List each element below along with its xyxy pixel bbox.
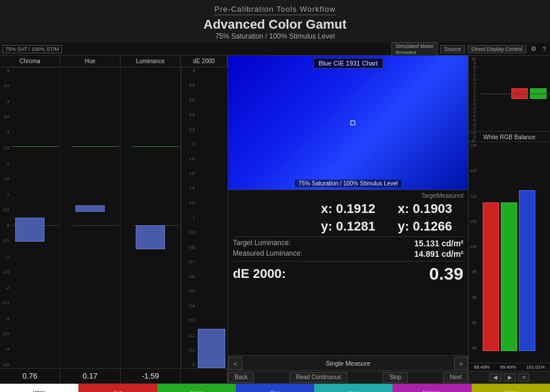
de-big-row: dE 2000: 0.39 <box>233 261 463 284</box>
toolbar-label: 75% SAT / 100% STIM <box>2 45 62 53</box>
rgb-g-value: 99.49% <box>500 365 516 370</box>
rgb-values-row: 99.49% 99.49% 101.01% <box>469 363 550 371</box>
de-bar <box>198 329 225 368</box>
rgb-balance-title: White RGB Balance <box>469 132 550 142</box>
de-header: dE 2000 <box>181 56 228 67</box>
cie-chart: Blue CIE 1931 Chart 75% Saturation / 100… <box>228 56 468 190</box>
swatch-magenta[interactable]: Magenta <box>393 384 471 392</box>
luminance-value: -1.59 <box>121 369 181 383</box>
meters-panel: Chroma Hue Luminance dE 2000 5 4.5 4 3.5… <box>0 56 228 383</box>
target-luminance-value: 15.131 cd/m² <box>414 239 463 248</box>
measured-label: Measured <box>438 192 463 199</box>
cie-title: Blue CIE 1931 Chart <box>314 58 383 68</box>
nav-bar: Back Read Continuous Stop Next <box>228 370 468 383</box>
header: Pre-Calibration Tools Workflow Advanced … <box>0 0 550 43</box>
right-panel-nav: ◀ ▶ ≡ <box>469 371 550 383</box>
hue-value: 0.17 <box>60 369 121 383</box>
de-label: dE 2000: <box>233 266 286 281</box>
cie-background: 75% Saturation / 100% Stimulus Level <box>228 56 468 190</box>
control-bar: < Single Measure > <box>228 355 468 370</box>
main-title: Advanced Color Gamut <box>0 17 550 32</box>
target-luminance-label: Target Luminance: <box>233 239 291 248</box>
main-layout: Chroma Hue Luminance dE 2000 5 4.5 4 3.5… <box>0 56 550 383</box>
meters-header: Chroma Hue Luminance dE 2000 <box>0 56 228 67</box>
bottom-section: White Red Green Blue Cyan Magenta Yellow… <box>0 383 550 392</box>
rp-menu-btn[interactable]: ≡ <box>518 373 530 381</box>
simulated-meter-item[interactable]: Simulated Meter Simulated <box>391 42 438 56</box>
luminance-meter <box>121 67 181 368</box>
rgb-r-value: 99.49% <box>474 365 490 370</box>
source-item[interactable]: Source <box>440 45 465 53</box>
right-panel: 10 9 8 7 6 5 4 3 2 1 0 -1 -2 -3 -4 -5 -6… <box>468 56 550 383</box>
back-nav-button[interactable]: Back <box>228 372 254 383</box>
swatches-bar: White Red Green Blue Cyan Magenta Yellow <box>0 383 550 392</box>
read-continuous-button[interactable]: Read Continuous <box>290 372 348 383</box>
settings-icon[interactable]: ⚙ <box>529 45 538 53</box>
single-measure-label: Single Measure <box>242 360 453 367</box>
meters-values: 0.76 0.17 -1.59 <box>0 368 228 383</box>
next-nav-button[interactable]: Next <box>443 372 468 383</box>
measured-luminance-row: Measured Luminance: 14.891 cd/m² <box>233 249 463 259</box>
de-value <box>181 369 228 383</box>
rgb-green-bar <box>501 202 517 351</box>
rgb-balance-section: White RGB Balance 120 115 110 105 100 95… <box>469 132 550 371</box>
swatch-white[interactable]: White <box>0 384 78 392</box>
hue-meter <box>60 67 121 368</box>
prev-button[interactable]: < <box>228 357 242 370</box>
target-x: x: 0.1912 <box>310 201 386 216</box>
luminance-bar <box>136 225 165 249</box>
measured-x: x: 0.1903 <box>387 201 463 216</box>
chroma-value: 0.76 <box>0 369 60 383</box>
swatch-blue[interactable]: Blue <box>236 384 314 392</box>
rgb-blue-bar <box>519 190 535 351</box>
toolbar: 75% SAT / 100% STIM Simulated Meter Simu… <box>0 43 550 56</box>
measured-y: y: 0.1266 <box>387 219 463 234</box>
workflow-title: Pre-Calibration Tools Workflow <box>214 5 335 15</box>
hue-header: Hue <box>60 56 121 67</box>
swatch-yellow[interactable]: Yellow <box>472 384 550 392</box>
target-label: Target <box>421 192 438 199</box>
measured-luminance-label: Measured Luminance: <box>233 249 302 259</box>
measure-data: Target Measured x: 0.1912 x: 0.1903 y: 0… <box>228 190 468 355</box>
measured-luminance-value: 14.891 cd/m² <box>414 249 463 259</box>
cie-label-bottom: 75% Saturation / 100% Stimulus Level <box>295 180 401 187</box>
chroma-header: Chroma <box>0 56 60 67</box>
chroma-meter: 5 4.5 4 3.5 3 2.5 2 1.5 1 0.5 0 -0.5 -1 … <box>0 67 60 368</box>
y-row: y: 0.1281 y: 0.1266 <box>233 219 463 234</box>
rgb-red-bar <box>483 202 499 351</box>
hue-bar <box>75 205 105 211</box>
target-col-header <box>233 192 421 199</box>
target-y: y: 0.1281 <box>310 219 386 234</box>
rgb-b-value: 101.01% <box>527 365 545 370</box>
direct-display-item[interactable]: Direct Display Control <box>468 45 527 53</box>
help-icon[interactable]: ? <box>541 46 548 53</box>
de-meter: 3 2.8 2.6 2.4 2.2 2 1.8 1.6 1.4 1.2 1 0.… <box>181 67 228 368</box>
rgb-chart: 120 115 110 105 100 95 90 85 80 <box>469 142 550 363</box>
target-luminance-row: Target Luminance: 15.131 cd/m² <box>233 236 463 248</box>
swatch-cyan[interactable]: Cyan <box>314 384 393 392</box>
rp-back-btn[interactable]: ◀ <box>489 373 501 381</box>
swatch-green[interactable]: Green <box>157 384 236 392</box>
stop-button[interactable]: Stop <box>383 372 408 383</box>
next-button[interactable]: > <box>454 357 468 370</box>
rp-forward-btn[interactable]: ▶ <box>504 373 516 381</box>
x-row: x: 0.1912 x: 0.1903 <box>233 201 463 216</box>
luminance-header: Luminance <box>121 56 181 67</box>
sub-title: 75% Saturation / 100% Stimulus Level <box>0 32 550 40</box>
chroma-bar <box>15 218 44 242</box>
mini-meter: 10 9 8 7 6 5 4 3 2 1 0 -1 -2 -3 -4 -5 -6… <box>469 56 550 132</box>
cie-marker <box>350 121 355 125</box>
swatch-red[interactable]: Red <box>78 384 157 392</box>
center-panel: Blue CIE 1931 Chart 75% Saturation / 100… <box>228 56 468 383</box>
de-value: 0.39 <box>429 264 463 284</box>
measure-header-row: Target Measured <box>233 192 463 199</box>
meters-body: 5 4.5 4 3.5 3 2.5 2 1.5 1 0.5 0 -0.5 -1 … <box>0 67 228 368</box>
